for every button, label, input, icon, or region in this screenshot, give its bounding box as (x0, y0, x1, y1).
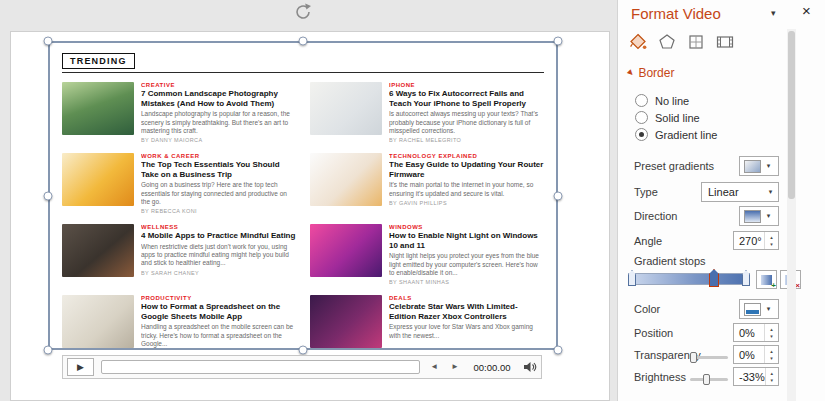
pane-scrollbar[interactable] (787, 29, 796, 401)
tab-fill-line[interactable] (627, 31, 649, 53)
chevron-down-icon: ▾ (761, 162, 776, 170)
add-gradient-stop-icon: + (761, 275, 772, 285)
article-title: How to Format a Spreadsheet on the Googl… (141, 302, 296, 321)
tab-video[interactable] (714, 31, 736, 53)
resize-handle-bottom-left[interactable] (44, 346, 53, 355)
spinner-arrows[interactable]: ▴ ▾ (764, 324, 778, 341)
move-back-button[interactable]: ◄ (427, 361, 441, 373)
slide-canvas: TRENDING CREATIVE 7 Common Landscape Pho… (0, 0, 617, 401)
color-dropdown[interactable]: ▾ (739, 299, 779, 319)
border-section-header[interactable]: ▶ Border (628, 66, 674, 80)
trending-label: TRENDING (62, 53, 135, 69)
gradient-stop[interactable] (742, 270, 750, 286)
spinner-arrows[interactable]: ▴ ▾ (764, 346, 778, 363)
resize-handle-middle-left[interactable] (44, 192, 53, 201)
spinner-arrows[interactable]: ▴ ▾ (765, 368, 778, 385)
chevron-down-icon: ▾ (763, 188, 778, 196)
article-byline: BY REBECCA KONI (141, 208, 296, 214)
direction-swatch-icon (744, 210, 761, 223)
pane-title: Format Video (631, 5, 721, 22)
color-label: Color (634, 303, 660, 315)
article-desc: Is autocorrect always messing up your te… (389, 110, 544, 135)
transparency-value: 0% (734, 349, 764, 361)
radio-solid-line[interactable]: Solid line (635, 111, 700, 124)
article-desc: Express your love for Star Wars and Xbox… (389, 323, 544, 340)
article-category: CREATIVE (141, 82, 296, 88)
chevron-down-icon[interactable]: ▾ (771, 8, 776, 18)
tab-effects[interactable] (656, 31, 678, 53)
pentagon-icon (657, 32, 677, 52)
gradient-stop-selected[interactable] (709, 269, 719, 287)
article-desc: Landscape photography is popular for a r… (141, 110, 296, 135)
close-icon[interactable]: × (802, 2, 811, 19)
brightness-label: Brightness (634, 371, 686, 383)
brightness-slider[interactable] (690, 378, 728, 381)
article-category: WINDOWS (389, 224, 544, 230)
article-card: IPHONE 6 Ways to Fix Autocorrect Fails a… (310, 82, 544, 144)
article-byline: BY GAVIN PHILLIPS (389, 200, 544, 206)
direction-dropdown[interactable]: ▾ (739, 206, 779, 226)
article-byline: BY SARAH CHANEY (141, 270, 296, 276)
article-byline: BY SHAANT MINHAS (389, 279, 544, 285)
mute-button[interactable] (522, 360, 537, 374)
spin-down-icon: ▾ (771, 377, 774, 384)
article-title: 6 Ways to Fix Autocorrect Fails and Teac… (389, 89, 544, 108)
preset-gradients-dropdown[interactable]: ▾ (739, 156, 779, 176)
resize-handle-top-right[interactable] (554, 37, 563, 46)
article-card: DEALS Celebrate Star Wars With Limited-E… (310, 295, 544, 350)
angle-label: Angle (634, 235, 662, 247)
size-properties-icon (686, 32, 706, 52)
move-forward-button[interactable]: ► (448, 361, 462, 373)
brightness-spinner[interactable]: -33% ▴ ▾ (733, 367, 779, 386)
article-card: CREATIVE 7 Common Landscape Photography … (62, 82, 296, 144)
article-category: PRODUCTIVITY (141, 295, 296, 301)
spin-down-icon: ▾ (770, 355, 773, 362)
radio-circle (635, 94, 648, 107)
angle-value: 270° (734, 235, 764, 247)
spin-down-icon: ▾ (770, 241, 773, 248)
rotate-handle-icon[interactable] (292, 1, 314, 23)
article-category: TECHNOLOGY EXPLAINED (389, 153, 544, 159)
article-desc: Night light helps you protect your eyes … (389, 252, 544, 277)
spinner-arrows[interactable]: ▴ ▾ (764, 232, 778, 249)
article-title: The Easy Guide to Updating Your Router F… (389, 160, 544, 179)
brightness-slider-thumb[interactable] (703, 374, 710, 385)
resize-handle-top-center[interactable] (299, 37, 308, 46)
scrollbar-thumb[interactable] (788, 31, 795, 199)
radio-label: No line (655, 95, 689, 107)
paint-bucket-icon (628, 32, 648, 52)
play-icon: ▶ (77, 363, 84, 372)
resize-handle-top-left[interactable] (44, 37, 53, 46)
article-title: 4 Mobile Apps to Practice Mindful Eating (141, 231, 296, 241)
x-badge: × (795, 281, 800, 290)
article-desc: Going on a business trip? Here are the t… (141, 181, 296, 206)
gradient-stop[interactable] (628, 270, 636, 286)
video-object[interactable]: TRENDING CREATIVE 7 Common Landscape Pho… (48, 41, 558, 350)
resize-handle-middle-right[interactable] (554, 192, 563, 201)
transparency-slider-thumb[interactable] (690, 352, 697, 363)
transparency-spinner[interactable]: 0% ▴ ▾ (733, 345, 779, 364)
article-title: Celebrate Star Wars With Limited-Edition… (389, 302, 544, 321)
article-category: DEALS (389, 295, 544, 301)
resize-handle-bottom-center[interactable] (299, 346, 308, 355)
position-spinner[interactable]: 0% ▴ ▾ (733, 323, 779, 342)
seek-bar[interactable] (101, 360, 420, 374)
article-thumbnail (310, 224, 382, 277)
preset-gradients-label: Preset gradients (634, 160, 714, 172)
move-back-icon: ◄ (430, 362, 438, 371)
article-desc: When restrictive diets just don't work f… (141, 243, 296, 268)
radio-no-line[interactable]: No line (635, 94, 689, 107)
tab-size-properties[interactable] (685, 31, 707, 53)
gradient-stops-slider[interactable] (628, 273, 750, 285)
angle-spinner[interactable]: 270° ▴ ▾ (733, 231, 779, 250)
move-forward-icon: ► (451, 362, 459, 371)
transparency-slider[interactable] (690, 356, 728, 359)
play-button[interactable]: ▶ (67, 358, 94, 376)
add-gradient-stop-button[interactable]: + (756, 270, 777, 289)
radio-gradient-line[interactable]: Gradient line (635, 128, 717, 141)
article-grid: CREATIVE 7 Common Landscape Photography … (50, 75, 556, 350)
article-title: The Top Tech Essentials You Should Take … (141, 160, 296, 179)
resize-handle-bottom-right[interactable] (554, 346, 563, 355)
article-card: PRODUCTIVITY How to Format a Spreadsheet… (62, 295, 296, 350)
type-dropdown[interactable]: Linear ▾ (701, 182, 779, 202)
